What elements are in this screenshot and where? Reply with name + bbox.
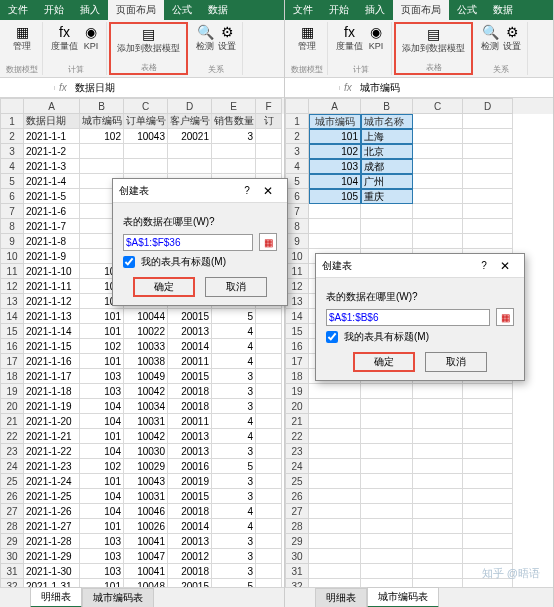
cell[interactable] (361, 534, 413, 549)
cell[interactable]: 10042 (124, 384, 168, 399)
cell[interactable]: 2021-1-29 (24, 549, 80, 564)
manage-button[interactable]: ▦管理 (11, 22, 33, 52)
cell[interactable] (256, 474, 282, 489)
cell[interactable] (361, 219, 413, 234)
row-header[interactable]: 2 (285, 129, 309, 144)
cell[interactable]: 10026 (124, 519, 168, 534)
kpi-button[interactable]: ◉KPI (365, 22, 387, 52)
cell[interactable] (256, 324, 282, 339)
range-picker-icon[interactable]: ▦ (259, 233, 277, 251)
cell[interactable] (413, 474, 463, 489)
cell[interactable] (256, 354, 282, 369)
select-all-corner[interactable] (285, 98, 309, 114)
cell[interactable]: 上海 (361, 129, 413, 144)
ok-button[interactable]: 确定 (133, 277, 195, 297)
cell[interactable] (361, 489, 413, 504)
cell[interactable]: 20015 (168, 309, 212, 324)
cell[interactable]: 10043 (124, 129, 168, 144)
cell[interactable]: 2021-1-17 (24, 369, 80, 384)
cell[interactable] (361, 549, 413, 564)
cell[interactable]: 20021 (168, 129, 212, 144)
cell[interactable]: 20018 (168, 399, 212, 414)
cell[interactable]: 3 (212, 489, 256, 504)
cell[interactable]: 2021-1-27 (24, 519, 80, 534)
row-header[interactable]: 7 (0, 204, 24, 219)
cell[interactable] (463, 519, 513, 534)
row-header[interactable]: 7 (285, 204, 309, 219)
cell[interactable] (309, 399, 361, 414)
cell[interactable]: 5 (212, 459, 256, 474)
cell[interactable] (168, 159, 212, 174)
cell[interactable]: 20016 (168, 459, 212, 474)
cell[interactable]: 2021-1-2 (24, 144, 80, 159)
cancel-button[interactable]: 取消 (425, 352, 487, 372)
row-header[interactable]: 19 (285, 384, 309, 399)
cell[interactable] (309, 234, 361, 249)
range-picker-icon[interactable]: ▦ (496, 308, 514, 326)
cell[interactable]: 2021-1-25 (24, 489, 80, 504)
row-header[interactable]: 24 (285, 459, 309, 474)
cell[interactable] (309, 384, 361, 399)
ribbon-tab-2[interactable]: 插入 (72, 0, 108, 20)
cell[interactable] (413, 399, 463, 414)
cell[interactable] (256, 564, 282, 579)
cell[interactable]: 101 (80, 429, 124, 444)
row-header[interactable]: 20 (285, 399, 309, 414)
cell[interactable] (413, 384, 463, 399)
row-header[interactable]: 12 (0, 279, 24, 294)
cell[interactable]: 2021-1-30 (24, 564, 80, 579)
cell[interactable]: 10031 (124, 414, 168, 429)
cell[interactable]: 2021-1-1 (24, 129, 80, 144)
cell[interactable]: 103 (80, 564, 124, 579)
col-header[interactable]: B (80, 98, 124, 114)
row-header[interactable]: 8 (285, 219, 309, 234)
cell[interactable] (309, 444, 361, 459)
row-header[interactable]: 31 (285, 564, 309, 579)
range-input[interactable]: $A$1:$F$36 (123, 234, 253, 251)
cell[interactable]: 103 (80, 384, 124, 399)
select-all-corner[interactable] (0, 98, 24, 114)
cell[interactable]: 20011 (168, 414, 212, 429)
cell[interactable]: 10041 (124, 564, 168, 579)
cell[interactable] (463, 399, 513, 414)
add-to-model-button[interactable]: ▤添加到数据模型 (115, 24, 182, 54)
cell[interactable]: 101 (80, 354, 124, 369)
row-header[interactable]: 15 (0, 324, 24, 339)
cell[interactable] (463, 129, 513, 144)
cell[interactable]: 2021-1-24 (24, 474, 80, 489)
cell[interactable]: 2021-1-23 (24, 459, 80, 474)
cell[interactable] (413, 549, 463, 564)
cell[interactable] (463, 504, 513, 519)
cell[interactable]: 20014 (168, 519, 212, 534)
row-header[interactable]: 15 (285, 324, 309, 339)
row-header[interactable]: 30 (285, 549, 309, 564)
row-header[interactable]: 16 (285, 339, 309, 354)
cell[interactable]: 10041 (124, 534, 168, 549)
cell[interactable]: 2021-1-18 (24, 384, 80, 399)
ribbon-tab-4[interactable]: 公式 (164, 0, 200, 20)
cell[interactable]: 10022 (124, 324, 168, 339)
cell[interactable] (256, 459, 282, 474)
row-header[interactable]: 24 (0, 459, 24, 474)
cell[interactable]: 城市编码 (309, 114, 361, 129)
cell[interactable] (463, 189, 513, 204)
cell[interactable]: 3 (212, 444, 256, 459)
name-box[interactable] (285, 86, 340, 90)
cell[interactable]: 104 (80, 504, 124, 519)
cell[interactable] (256, 414, 282, 429)
cell[interactable]: 5 (212, 309, 256, 324)
row-header[interactable]: 10 (285, 249, 309, 264)
cell[interactable]: 2021-1-3 (24, 159, 80, 174)
cell[interactable]: 20015 (168, 369, 212, 384)
cell[interactable] (413, 129, 463, 144)
cell[interactable] (256, 399, 282, 414)
cell[interactable] (413, 114, 463, 129)
row-header[interactable]: 31 (0, 564, 24, 579)
cell[interactable]: 2021-1-26 (24, 504, 80, 519)
cell[interactable]: 10030 (124, 444, 168, 459)
cell[interactable] (256, 519, 282, 534)
cell[interactable] (413, 219, 463, 234)
cell[interactable]: 10029 (124, 459, 168, 474)
cell[interactable]: 20019 (168, 474, 212, 489)
cell[interactable]: 2021-1-8 (24, 234, 80, 249)
